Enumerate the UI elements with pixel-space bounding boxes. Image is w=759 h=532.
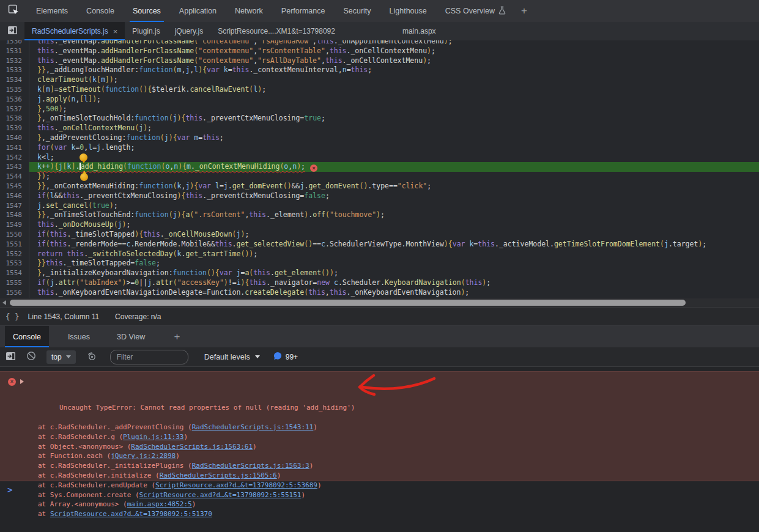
code-text[interactable]: this._eventMap.addHandlerForClassName("c… (29, 40, 759, 46)
line-number[interactable]: 1556 (0, 288, 29, 298)
line-number[interactable]: 1549 (0, 220, 29, 230)
code-text[interactable]: if(l&&this._preventCtxMenuClosing){this.… (29, 191, 759, 201)
line-number[interactable]: 1540 (0, 133, 29, 143)
source-location-link[interactable]: ScriptResource.axd?d…&t=13798092:5:55151 (139, 491, 302, 499)
code-text[interactable]: this._onKeyboardEventNavigationDelegate=… (29, 288, 759, 298)
source-location-link[interactable]: RadSchedulerScripts.js:1563:3 (192, 462, 309, 470)
line-number[interactable]: 1532 (0, 56, 29, 66)
source-location-link[interactable]: RadSchedulerScripts.js:1505:6 (160, 471, 277, 479)
line-number[interactable]: 1537 (0, 105, 29, 114)
line-number[interactable]: 1535 (0, 85, 29, 95)
line-number[interactable]: 1547 (0, 201, 29, 211)
code-text[interactable]: this._onDocMouseUp(j); (29, 220, 759, 230)
line-number[interactable]: 1533 (0, 65, 29, 75)
line-number[interactable]: 1546 (0, 191, 29, 201)
line-number[interactable]: 1551 (0, 240, 29, 249)
drawer-tab-console[interactable]: Console (5, 326, 49, 347)
code-text[interactable]: return this._switchToSelectedDay(k.get_s… (29, 249, 759, 259)
line-number[interactable]: 1553 (0, 259, 29, 268)
code-text[interactable]: this._eventMap.addHandlerForClassName("c… (29, 46, 759, 56)
line-number[interactable]: 1541 (0, 143, 29, 153)
log-levels-dropdown[interactable]: Default levels (204, 353, 260, 361)
scrollbar-thumb[interactable] (10, 300, 686, 306)
code-text[interactable]: },_initializeKeyboardNavigation:function… (29, 268, 759, 278)
text-selection-handle-top[interactable] (80, 153, 87, 161)
pretty-print-icon[interactable]: { } (6, 312, 20, 321)
source-location-link[interactable]: Plugin.js:11:33 (123, 433, 183, 441)
source-location-link[interactable]: ScriptResource.axd?d…&t=13798092:5:51370 (50, 510, 212, 518)
line-number[interactable]: 1539 (0, 124, 29, 133)
panel-tab-elements[interactable]: Elements (27, 0, 77, 22)
panel-tab-application[interactable]: Application (170, 0, 226, 22)
line-number[interactable]: 1530 (0, 40, 29, 46)
code-text[interactable]: clearTimeout(k[m]); (29, 75, 759, 85)
code-text[interactable]: this._eventMap.addHandlerForClassName("c… (29, 56, 759, 66)
line-number[interactable]: 1543 (0, 162, 29, 172)
code-text[interactable]: if(this._renderMode==c.RenderMode.Mobile… (29, 240, 759, 249)
line-number[interactable]: 1548 (0, 210, 29, 220)
panel-tab-network[interactable]: Network (226, 0, 272, 22)
code-text[interactable]: },500); (29, 105, 759, 114)
drawer-tab-3d-view[interactable]: 3D View (109, 326, 153, 347)
code-text[interactable]: }); (29, 172, 759, 182)
drawer-tab-issues[interactable]: Issues (60, 326, 98, 347)
code-text[interactable]: j.set_cancel(true); (29, 201, 759, 211)
panel-tab-performance[interactable]: Performance (272, 0, 335, 22)
code-text[interactable]: k<l; (29, 153, 759, 163)
panel-tab-sources[interactable]: Sources (124, 0, 170, 22)
line-number[interactable]: 1555 (0, 278, 29, 288)
code-text[interactable]: this._onCellContextMenu(j); (29, 124, 759, 133)
code-text[interactable]: },_addPreventClosing:function(j){var m=t… (29, 133, 759, 143)
clear-console-button[interactable] (21, 351, 42, 363)
create-live-expression-button[interactable] (82, 352, 103, 363)
code-text[interactable]: }},_onTimeSlotTouchEnd:function(j){a(".r… (29, 210, 759, 220)
code-text[interactable]: }}this._timeSlotTapped=false; (29, 259, 759, 268)
console-message-count[interactable]: 99+ (273, 352, 298, 362)
code-text[interactable]: for(var k=0,l=j.length; (29, 143, 759, 153)
panel-tab-lighthouse[interactable]: Lighthouse (380, 0, 436, 22)
console-prompt-chevron[interactable]: > (7, 485, 12, 495)
source-location-link[interactable]: main.aspx:4852:5 (127, 500, 192, 508)
file-tab-plugin-js[interactable]: Plugin.js (125, 22, 167, 40)
code-text[interactable]: }},_addLongTouchHandler:function(m,j,l){… (29, 65, 759, 75)
file-tab-jquery-js[interactable]: jQuery.js (168, 22, 210, 40)
line-number[interactable]: 1545 (0, 182, 29, 191)
execution-context-selector[interactable]: top (46, 350, 76, 364)
close-icon[interactable]: × (113, 28, 118, 35)
code-text[interactable]: if(this._timeSlotTapped){this._onCellMou… (29, 230, 759, 240)
line-number[interactable]: 1534 (0, 75, 29, 85)
panel-tab-css-overview[interactable]: CSS Overview (436, 0, 515, 22)
console-sidebar-toggle-button[interactable] (0, 352, 21, 363)
code-text[interactable]: if(j.attr("tabIndex")>=0||j.attr("access… (29, 278, 759, 288)
source-location-link[interactable]: ScriptResource.axd?d…&t=13798092:5:53689 (155, 481, 317, 489)
show-navigator-button[interactable] (0, 22, 24, 40)
line-number[interactable]: 1538 (0, 114, 29, 124)
line-number[interactable]: 1554 (0, 268, 29, 278)
inline-error-icon[interactable]: × (310, 164, 317, 172)
source-location-link[interactable]: RadSchedulerScripts.js:1563:61 (131, 443, 253, 451)
add-drawer-tab-button[interactable]: + (168, 326, 186, 347)
file-tab-main-aspx[interactable]: main.aspx (395, 22, 443, 40)
line-number[interactable]: 1542 (0, 153, 29, 163)
code-text[interactable]: },_onTimeSlotTouchHold:function(j){this.… (29, 114, 759, 124)
file-tab-radschedulerscripts-js[interactable]: RadSchedulerScripts.js× (24, 22, 125, 40)
line-number[interactable]: 1536 (0, 95, 29, 105)
source-location-link[interactable]: RadSchedulerScripts.js:1543:11 (192, 423, 314, 431)
source-location-link[interactable]: jQuery.js:2:2898 (111, 452, 176, 460)
inspect-element-button[interactable] (0, 0, 27, 22)
editor-horizontal-scrollbar[interactable] (0, 298, 759, 307)
text-selection-handle-bottom[interactable] (80, 173, 88, 181)
panel-tab-console[interactable]: Console (77, 0, 124, 22)
line-number[interactable]: 1531 (0, 46, 29, 56)
file-tab-scriptresource-xm1-t-13798092[interactable]: ScriptResource....XM1&t=13798092 (210, 22, 342, 40)
line-number[interactable]: 1552 (0, 249, 29, 259)
code-text[interactable]: }},_onContextMenuHiding:function(k,j){va… (29, 182, 759, 191)
more-tools-button[interactable]: + (515, 0, 533, 22)
line-number[interactable]: 1550 (0, 230, 29, 240)
console-filter-input[interactable] (110, 350, 188, 364)
code-text[interactable]: k[m]=setTimeout(function(){$telerik.canc… (29, 85, 759, 95)
expand-triangle-icon[interactable] (20, 379, 24, 384)
code-text[interactable]: k++){j[k].add_hiding(function(o,n){m._on… (29, 162, 759, 172)
code-text[interactable]: j.apply(n,[l]); (29, 95, 759, 105)
source-code-editor[interactable]: 1530this._eventMap.addHandlerForClassNam… (0, 40, 759, 298)
